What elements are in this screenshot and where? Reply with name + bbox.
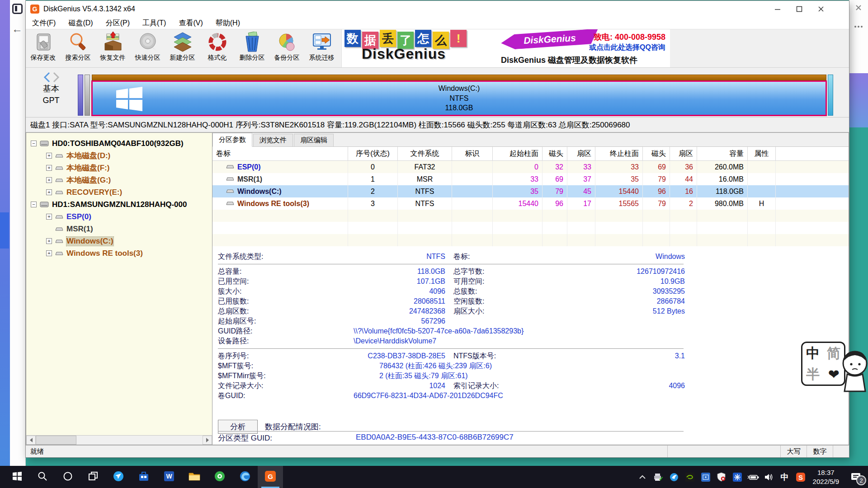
tray-sogou-input-icon[interactable]: S bbox=[794, 468, 807, 486]
tree-item-5[interactable]: −HD1:SAMSUNGMZNLN128HAHQ-000 bbox=[26, 198, 212, 211]
tray-nvidia-settings-icon[interactable] bbox=[683, 468, 697, 486]
tray-snowflake-app-icon[interactable] bbox=[731, 468, 744, 486]
sticker-box[interactable]: 中简半❤ bbox=[801, 342, 845, 386]
tab-1[interactable]: 浏览文件 bbox=[253, 134, 293, 146]
tray-hidden-icons-icon[interactable] bbox=[636, 468, 649, 486]
back-arrow-icon[interactable]: ← bbox=[12, 23, 23, 35]
close-button[interactable] bbox=[810, 1, 832, 17]
tab-2[interactable]: 扇区编辑 bbox=[294, 134, 334, 146]
taskbar-clock[interactable]: 18:37 2022/5/9 bbox=[813, 468, 839, 486]
tree-item-2[interactable]: +本地磁盘(F:) bbox=[26, 162, 212, 174]
partition-bar-winre[interactable] bbox=[828, 75, 833, 116]
partition-bar-esp[interactable] bbox=[78, 75, 83, 116]
column-header-8[interactable]: 磁头 bbox=[643, 147, 670, 160]
tree-item-4[interactable]: +RECOVERY(E:) bbox=[26, 186, 212, 198]
scrollbar-thumb[interactable] bbox=[36, 436, 76, 445]
plus-expander-icon[interactable]: + bbox=[46, 177, 52, 183]
toolbar-system-migration-button[interactable]: 系统迁移 bbox=[304, 29, 339, 67]
column-header-0[interactable]: 卷标 bbox=[212, 147, 348, 160]
tray-messenger-icon[interactable] bbox=[667, 468, 681, 486]
tree-item-6[interactable]: +ESP(0) bbox=[26, 211, 212, 223]
column-header-6[interactable]: 扇区 bbox=[567, 147, 595, 160]
tree-item-9[interactable]: +Windows RE tools(3) bbox=[26, 247, 212, 259]
taskbar-file-explorer-button[interactable] bbox=[182, 466, 207, 488]
column-header-5[interactable]: 磁头 bbox=[542, 147, 567, 160]
tree-item-8[interactable]: +Windows(C:) bbox=[26, 235, 212, 247]
tray-ime-indicator-icon[interactable]: 中 bbox=[778, 468, 792, 486]
table-empty-row bbox=[212, 234, 849, 246]
background-close-icon[interactable] bbox=[849, 0, 868, 18]
minimize-button[interactable] bbox=[767, 1, 788, 17]
column-header-4[interactable]: 起始柱面 bbox=[493, 147, 542, 160]
plus-expander-icon[interactable]: + bbox=[46, 189, 52, 195]
menu-item-5[interactable]: 帮助(H) bbox=[216, 19, 240, 28]
taskbar-start-button[interactable] bbox=[5, 466, 30, 488]
tree-item-0[interactable]: −HD0:TOSHIBAMQ04ABF100(932GB) bbox=[26, 137, 212, 150]
taskbar-edge-button[interactable] bbox=[232, 466, 258, 488]
minus-expander-icon[interactable]: − bbox=[31, 202, 37, 207]
background-more-icon[interactable] bbox=[849, 20, 868, 33]
toolbar-quick-partition-button[interactable]: 快速分区 bbox=[130, 29, 165, 67]
column-header-11[interactable]: 属性 bbox=[748, 147, 776, 160]
toolbar-search-partition-button[interactable]: 搜索分区 bbox=[61, 29, 95, 67]
table-row-windowsc[interactable]: Windows(C:)2NTFS357945154409616118.0GB bbox=[212, 185, 849, 197]
menu-item-1[interactable]: 磁盘(D) bbox=[68, 19, 93, 28]
taskbar-store-button[interactable] bbox=[131, 466, 156, 488]
column-header-7[interactable]: 终止柱面 bbox=[595, 147, 643, 160]
toolbar-save-changes-button[interactable]: 保存更改 bbox=[26, 29, 61, 67]
analyze-button[interactable]: 分析 bbox=[218, 420, 258, 434]
menu-item-4[interactable]: 查看(V) bbox=[179, 19, 203, 28]
tray-security-alert-icon[interactable] bbox=[715, 468, 728, 486]
plus-expander-icon[interactable]: + bbox=[46, 250, 52, 256]
scroll-left-arrow[interactable] bbox=[26, 436, 36, 445]
plus-expander-icon[interactable]: + bbox=[46, 165, 52, 171]
partition-bar-msr[interactable] bbox=[85, 75, 90, 116]
taskbar-word-button[interactable]: W bbox=[156, 466, 182, 488]
tree-item-3[interactable]: +本地磁盘(G:) bbox=[26, 174, 212, 186]
plus-expander-icon[interactable]: + bbox=[46, 214, 52, 220]
toolbar-recover-files-button[interactable]: 恢复文件 bbox=[95, 29, 130, 67]
scroll-right-arrow[interactable] bbox=[203, 436, 212, 445]
notification-center-button[interactable]: 2 bbox=[844, 466, 868, 488]
tree-horizontal-scrollbar[interactable] bbox=[26, 435, 212, 445]
plus-expander-icon[interactable]: + bbox=[46, 153, 52, 159]
minus-expander-icon[interactable]: − bbox=[31, 141, 37, 146]
column-header-3[interactable]: 标识 bbox=[452, 147, 493, 160]
column-header-2[interactable]: 文件系统 bbox=[398, 147, 452, 160]
plus-expander-icon[interactable]: + bbox=[46, 238, 52, 244]
toolbar-new-partition-button[interactable]: 新建分区 bbox=[165, 29, 200, 67]
taskbar-task-view-button[interactable] bbox=[80, 466, 106, 488]
tree-item-7[interactable]: MSR(1) bbox=[26, 223, 212, 235]
column-header-1[interactable]: 序号(状态) bbox=[348, 147, 398, 160]
tray-printer-status-icon[interactable]: ✓ bbox=[651, 468, 665, 486]
maximize-button[interactable] bbox=[788, 1, 810, 17]
taskbar-diskgenius-button[interactable]: G bbox=[258, 466, 283, 488]
banner-qq-link[interactable]: 或点击此处选择QQ咨询 bbox=[589, 43, 665, 52]
toolbar-backup-partition-button[interactable]: 备份分区 bbox=[269, 29, 304, 67]
overlay-sticker[interactable]: 中简半❤ bbox=[801, 342, 868, 400]
column-header-9[interactable]: 扇区 bbox=[670, 147, 697, 160]
toolbar-format-button[interactable]: 格式化 bbox=[200, 29, 235, 67]
column-header-10[interactable]: 容量 bbox=[697, 147, 748, 160]
table-row-windowsretools3[interactable]: Windows RE tools(3)3NTFS1544096171556579… bbox=[212, 197, 849, 210]
taskbar-search-button[interactable] bbox=[30, 466, 55, 488]
tab-0[interactable]: 分区参数 bbox=[212, 133, 252, 147]
menu-item-2[interactable]: 分区(P) bbox=[106, 19, 130, 28]
menu-item-0[interactable]: 文件(F) bbox=[32, 19, 56, 28]
background-tab-icon[interactable] bbox=[12, 4, 23, 14]
tray-intel-graphics-icon[interactable] bbox=[699, 468, 712, 486]
taskbar-browser-360-button[interactable] bbox=[207, 466, 232, 488]
tray-power-icon[interactable] bbox=[746, 468, 760, 486]
menu-item-3[interactable]: 工具(T) bbox=[142, 19, 166, 28]
taskbar-cortana-button[interactable] bbox=[55, 466, 80, 488]
tree-item-label: ESP(0) bbox=[66, 212, 91, 221]
table-row-msr1[interactable]: MSR(1)1MSR33693735794416.0MB bbox=[212, 173, 849, 185]
taskbar-feishu-button[interactable] bbox=[106, 466, 131, 488]
partition-bar-windows-c[interactable]: Windows(C:) NTFS 118.0GB bbox=[92, 75, 826, 116]
tree-item-1[interactable]: +本地磁盘(D:) bbox=[26, 150, 212, 162]
tray-volume-icon[interactable] bbox=[762, 468, 776, 486]
ad-banner[interactable]: 数据丢了怎么! DiskGenius DiskGenius DiskGenius… bbox=[341, 29, 670, 67]
table-row-esp0[interactable]: ESP(0)0FAT3203233336936260.0MB bbox=[212, 161, 849, 173]
cell-size: 980.0MB bbox=[697, 197, 748, 210]
toolbar-delete-partition-button[interactable]: 删除分区 bbox=[235, 29, 269, 67]
